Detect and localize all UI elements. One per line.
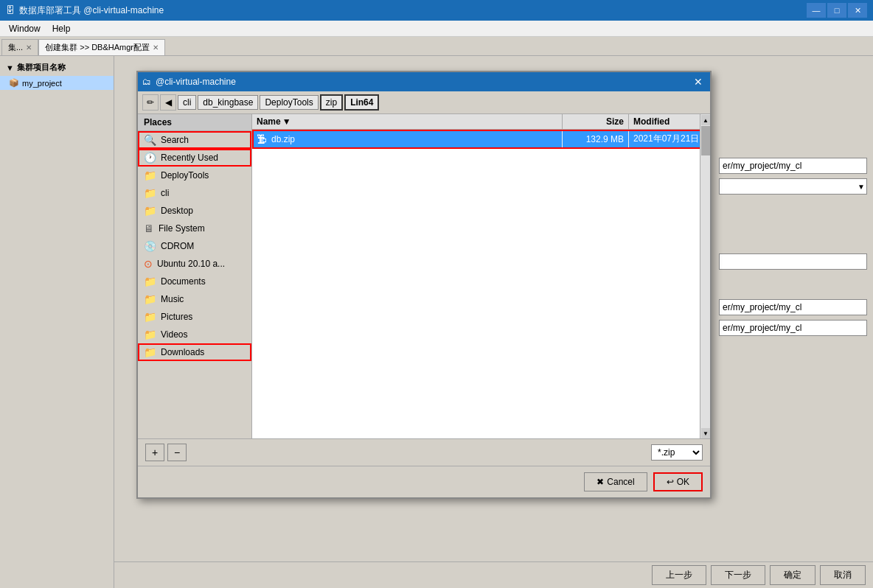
dialog-title-bar: 🗂 @cli-virtual-machine ✕ (138, 72, 710, 91)
tab-create-cluster[interactable]: 创建集群 >> DB&HAmgr配置 ✕ (38, 39, 165, 55)
file-cell-size-dbzip: 132.9 MB (563, 131, 629, 147)
file-name-dbzip: db.zip (271, 134, 295, 144)
cdrom-icon: 💿 (144, 240, 156, 252)
next-button[interactable]: 下一步 (711, 565, 765, 585)
minimize-button[interactable]: — (807, 3, 826, 18)
cli-folder-icon: 📁 (144, 187, 156, 199)
tab-close-0[interactable]: ✕ (26, 43, 32, 52)
col-modified-label: Modified (633, 116, 669, 127)
documents-folder-icon: 📁 (144, 276, 156, 287)
breadcrumb-zip[interactable]: zip (320, 94, 343, 111)
place-cli[interactable]: 📁 cli (138, 184, 251, 202)
scrollbar-track[interactable]: ▲ ▼ (700, 114, 710, 438)
dropdown-arrow-icon: ▼ (858, 183, 865, 191)
dialog-body: Places 🔍 Search 🕐 Recently Used 📁 Deploy… (138, 114, 710, 438)
main-cancel-button[interactable]: 取消 (820, 565, 866, 585)
place-deploytools[interactable]: 📁 DeployTools (138, 167, 251, 184)
menu-bar: Window Help (0, 21, 873, 37)
right-input-1[interactable] (719, 158, 867, 174)
file-cell-name-dbzip: 🗜 db.zip (252, 130, 563, 148)
place-videos-label: Videos (161, 329, 187, 340)
remove-location-button[interactable]: − (167, 444, 187, 461)
breadcrumb-lin64[interactable]: Lin64 (344, 94, 379, 111)
search-place-icon: 🔍 (144, 134, 156, 146)
place-recently-used[interactable]: 🕐 Recently Used (138, 149, 251, 167)
project-icon: 📦 (9, 78, 19, 88)
title-bar: 🗄 数据库部署工具 @cli-virtual-machine — □ ✕ (0, 0, 873, 21)
prev-button[interactable]: 上一步 (652, 565, 706, 585)
place-cli-label: cli (161, 188, 169, 198)
deploytools-folder-icon: 📁 (144, 169, 156, 181)
col-size-label: Size (606, 116, 624, 127)
cancel-button[interactable]: ✖ Cancel (584, 472, 647, 491)
file-row-dbzip[interactable]: 🗜 db.zip 132.9 MB 2021年07月21日 (252, 130, 710, 149)
dialog-bottom-left: + − (145, 444, 187, 461)
tab-close-1[interactable]: ✕ (153, 43, 159, 52)
dialog-title-text: @cli-virtual-machine (156, 77, 236, 87)
place-deploytools-label: DeployTools (161, 170, 209, 181)
place-music-label: Music (161, 294, 184, 304)
dialog-actions: ✖ Cancel ↩ OK (138, 466, 710, 497)
ok-button[interactable]: ↩ OK (653, 472, 703, 491)
file-dialog: 🗂 @cli-virtual-machine ✕ ✏ ◀ cli db_king… (136, 71, 712, 499)
place-cdrom-label: CDROM (161, 241, 194, 251)
place-documents[interactable]: 📁 Documents (138, 273, 251, 290)
edit-path-button[interactable]: ✏ (142, 94, 159, 111)
place-downloads[interactable]: 📁 Downloads (138, 343, 251, 361)
downloads-folder-icon: 📁 (144, 346, 156, 358)
scrollbar-thumb[interactable] (701, 126, 710, 155)
place-pictures[interactable]: 📁 Pictures (138, 308, 251, 326)
app-icon: 🗄 (6, 5, 15, 15)
file-cell-modified-dbzip: 2021年07月21日 (629, 130, 710, 148)
tab-jicheng[interactable]: 集... ✕ (1, 39, 38, 55)
place-desktop[interactable]: 📁 Desktop (138, 202, 251, 220)
col-name[interactable]: Name ▼ (252, 114, 563, 129)
videos-folder-icon: 📁 (144, 329, 156, 340)
col-modified: Modified (629, 114, 710, 129)
ok-label: OK (677, 477, 689, 487)
place-videos[interactable]: 📁 Videos (138, 326, 251, 343)
right-input-4[interactable] (719, 299, 867, 315)
places-header: Places (138, 114, 251, 131)
title-bar-controls: — □ ✕ (807, 3, 867, 18)
menu-help[interactable]: Help (46, 22, 77, 35)
tab-label-0: 集... (8, 42, 23, 53)
place-desktop-label: Desktop (161, 206, 193, 216)
eclipse-tab-bar: 集... ✕ 创建集群 >> DB&HAmgr配置 ✕ (0, 37, 873, 56)
triangle-icon: ▼ (6, 63, 14, 72)
sidebar-item-project[interactable]: 📦 my_project (0, 76, 114, 90)
sidebar: ▼ 集群项目名称 📦 my_project (0, 56, 114, 588)
right-input-5[interactable] (719, 320, 867, 336)
cancel-label: Cancel (607, 477, 634, 487)
cancel-icon: ✖ (597, 477, 604, 487)
place-filesystem[interactable]: 🖥 File System (138, 220, 251, 237)
menu-window[interactable]: Window (3, 22, 46, 35)
filter-area: *.zip * (651, 444, 703, 461)
ok-icon: ↩ (667, 477, 674, 487)
place-music[interactable]: 📁 Music (138, 290, 251, 308)
breadcrumb-dbkingbase[interactable]: db_kingbase (198, 95, 258, 110)
sort-icon: ▼ (282, 116, 291, 127)
breadcrumb-deploytools[interactable]: DeployTools (260, 95, 318, 110)
col-size: Size (563, 114, 629, 129)
file-filter-select[interactable]: *.zip * (651, 444, 703, 461)
tab-label-1: 创建集群 >> DB&HAmgr配置 (45, 42, 150, 53)
confirm-button[interactable]: 确定 (770, 565, 815, 585)
breadcrumb-cli[interactable]: cli (178, 95, 196, 110)
filesystem-icon: 🖥 (144, 223, 154, 234)
dialog-close-button[interactable]: ✕ (691, 75, 706, 88)
place-ubuntu[interactable]: ⊙ Ubuntu 20.10 a... (138, 255, 251, 273)
app-close-button[interactable]: ✕ (848, 3, 867, 18)
dialog-bottom-bar: + − *.zip * (138, 438, 710, 466)
right-input-3[interactable] (719, 253, 867, 270)
zip-file-icon: 🗜 (257, 133, 267, 145)
maximize-button[interactable]: □ (827, 3, 846, 18)
title-bar-left: 🗄 数据库部署工具 @cli-virtual-machine (6, 4, 164, 17)
place-cdrom[interactable]: 💿 CDROM (138, 237, 251, 255)
back-button[interactable]: ◀ (160, 94, 176, 111)
file-list-header: Name ▼ Size Modified (252, 114, 710, 130)
add-location-button[interactable]: + (145, 444, 164, 461)
sidebar-header: ▼ 集群项目名称 (0, 59, 114, 76)
place-search[interactable]: 🔍 Search (138, 131, 251, 149)
app-title: 数据库部署工具 @cli-virtual-machine (19, 4, 164, 17)
